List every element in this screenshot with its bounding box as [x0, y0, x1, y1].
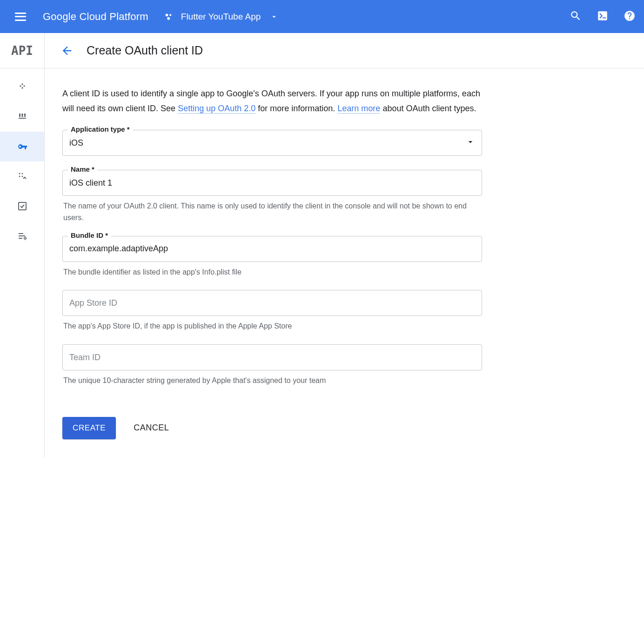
field-bundle-id: Bundle ID * — [62, 236, 482, 262]
bundle-id-input[interactable] — [69, 244, 475, 254]
cloud-shell-button[interactable] — [597, 10, 609, 23]
consent-screen-icon — [17, 171, 28, 182]
hamburger-menu-button[interactable] — [13, 9, 28, 24]
svg-point-10 — [24, 237, 26, 239]
bundle-id-label: Bundle ID * — [68, 231, 111, 239]
page-header: Create OAuth client ID — [45, 33, 644, 68]
sidebar-item-page-usage[interactable] — [0, 221, 44, 251]
svg-point-7 — [19, 176, 20, 177]
svg-point-0 — [165, 13, 168, 16]
caret-down-icon — [270, 13, 278, 21]
app-store-id-input[interactable] — [69, 298, 475, 308]
cancel-button[interactable]: CANCEL — [129, 416, 174, 439]
svg-point-2 — [167, 17, 170, 20]
cloud-shell-icon — [597, 10, 609, 22]
library-icon — [17, 111, 28, 122]
help-button[interactable] — [624, 10, 636, 23]
checkbox-icon — [17, 201, 28, 212]
field-team-id — [62, 344, 482, 370]
gcp-brand: Google Cloud Platform — [43, 11, 148, 23]
main-content: Create OAuth client ID A client ID is us… — [45, 33, 644, 458]
search-button[interactable] — [570, 10, 582, 23]
settings-list-icon — [17, 230, 28, 242]
brand-rest: Cloud Platform — [76, 11, 148, 22]
name-helper: The name of your OAuth 2.0 client. This … — [63, 201, 481, 224]
name-input[interactable] — [69, 178, 475, 188]
field-app-store-id — [62, 290, 482, 316]
button-row: CREATE CANCEL — [62, 416, 482, 439]
link-setting-up-oauth[interactable]: Setting up OAuth 2.0 — [178, 104, 255, 114]
intro-text: A client ID is used to identify a single… — [62, 86, 482, 116]
team-id-input[interactable] — [69, 353, 475, 362]
brand-google: Google — [43, 11, 76, 22]
app-store-id-helper: The app's App Store ID, if the app is pu… — [63, 321, 481, 332]
application-type-label: Application type * — [68, 125, 133, 133]
intro-part3: about OAuth client types. — [380, 104, 476, 113]
svg-rect-9 — [19, 202, 26, 210]
sidebar-item-credentials[interactable] — [0, 132, 44, 161]
svg-point-5 — [19, 173, 20, 174]
page-title: Create OAuth client ID — [87, 44, 203, 57]
bundle-id-helper: The bundle identifier as listed in the a… — [63, 267, 481, 278]
sidebar-item-domain-verification[interactable] — [0, 191, 44, 221]
sidebar-item-oauth-consent[interactable] — [0, 161, 44, 191]
intro-part2: for more information. — [255, 104, 337, 113]
svg-point-6 — [21, 173, 23, 174]
link-learn-more[interactable]: Learn more — [337, 104, 380, 114]
dashboard-icon — [17, 81, 28, 93]
field-application-type: Application type * iOS — [62, 130, 482, 156]
sidebar-item-library[interactable] — [0, 102, 44, 132]
api-logo: API — [0, 33, 44, 68]
dropdown-caret-icon — [466, 137, 475, 149]
application-type-value: iOS — [69, 138, 83, 148]
project-name: Flutter YouTube App — [181, 12, 261, 22]
project-icon — [164, 12, 174, 22]
svg-point-1 — [169, 14, 171, 16]
arrow-back-icon — [60, 44, 74, 57]
help-icon — [624, 10, 636, 22]
topbar: Google Cloud Platform Flutter YouTube Ap… — [0, 0, 644, 33]
back-button[interactable] — [56, 40, 78, 62]
field-name: Name * — [62, 170, 482, 196]
search-icon — [570, 10, 582, 22]
name-label: Name * — [68, 165, 97, 173]
application-type-select[interactable]: iOS — [62, 130, 482, 156]
create-button[interactable]: CREATE — [62, 417, 116, 439]
sidebar-item-dashboard[interactable] — [0, 72, 44, 102]
svg-point-8 — [21, 176, 23, 177]
key-icon — [17, 141, 28, 152]
project-selector[interactable]: Flutter YouTube App — [164, 12, 278, 22]
team-id-helper: The unique 10-character string generated… — [63, 375, 481, 387]
sidebar: API — [0, 33, 45, 458]
topbar-actions — [570, 10, 636, 23]
hamburger-icon — [15, 13, 26, 21]
